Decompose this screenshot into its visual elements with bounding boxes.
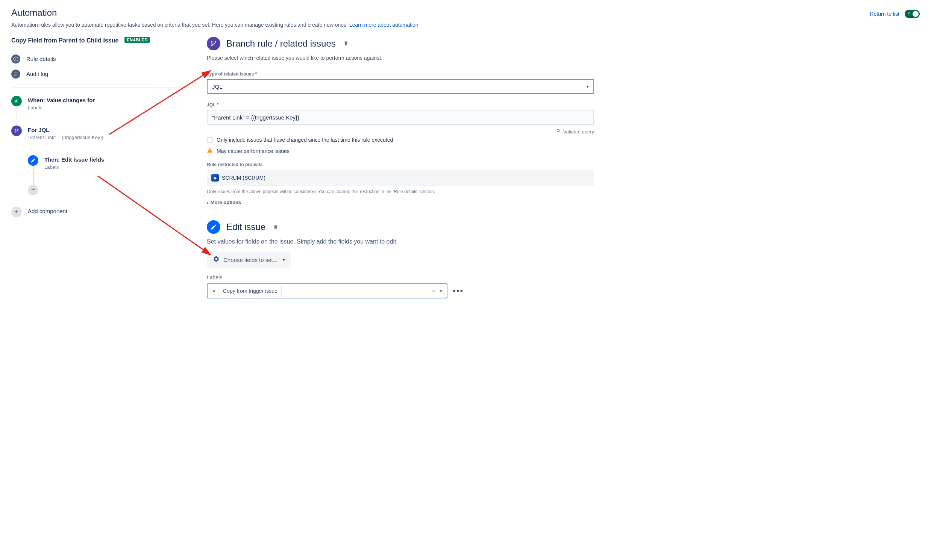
learn-more-link[interactable]: Learn more about automation bbox=[349, 22, 419, 28]
search-icon bbox=[556, 129, 561, 135]
project-avatar-icon: ◆ bbox=[211, 174, 219, 182]
toggle-knob bbox=[913, 11, 919, 17]
only-changed-checkbox[interactable] bbox=[207, 137, 213, 143]
chip-remove-icon[interactable]: ✕ bbox=[210, 286, 219, 296]
svg-rect-2 bbox=[15, 58, 16, 60]
edit-issue-panel: Edit issue Set values for fields on the … bbox=[207, 220, 594, 298]
step-title: When: Value changes for bbox=[28, 97, 95, 103]
timeline-add-inner-button[interactable]: + bbox=[28, 185, 192, 207]
sidebar-item-audit-log[interactable]: Audit log bbox=[11, 66, 192, 82]
panel-title: Branch rule / related issues bbox=[227, 38, 336, 49]
trigger-icon bbox=[11, 96, 22, 106]
labels-chip: ✕ Copy from trigger issue bbox=[209, 286, 282, 296]
rule-name: Copy Field from Parent to Child Issue bbox=[11, 37, 119, 45]
project-restriction: ◆ SCRUM (SCRUM) bbox=[207, 169, 594, 186]
step-subtitle: Labels bbox=[45, 164, 104, 170]
timeline-step-trigger[interactable]: When: Value changes for Labels bbox=[11, 96, 192, 126]
svg-point-11 bbox=[211, 42, 213, 43]
more-actions-icon[interactable]: ••• bbox=[453, 286, 464, 296]
svg-rect-5 bbox=[14, 75, 17, 75]
choose-fields-button[interactable]: Choose fields to set... ▾ bbox=[207, 252, 291, 268]
rule-enabled-toggle[interactable]: ✓ bbox=[905, 10, 920, 18]
panel-title: Edit issue bbox=[227, 222, 265, 232]
select-value: JQL bbox=[212, 83, 223, 90]
branch-icon bbox=[207, 37, 220, 50]
timeline-step-branch[interactable]: For JQL "Parent Link" = {{triggerIssue.K… bbox=[11, 126, 192, 155]
svg-rect-3 bbox=[14, 72, 17, 73]
type-label: Type of related issues * bbox=[207, 71, 594, 77]
restrict-help-text: Only issues from the above projects will… bbox=[207, 189, 594, 194]
divider bbox=[11, 87, 192, 88]
project-name: SCRUM (SCRUM) bbox=[222, 175, 265, 181]
edit-icon bbox=[28, 155, 39, 166]
svg-point-14 bbox=[557, 129, 560, 132]
jql-input[interactable] bbox=[207, 110, 594, 125]
svg-point-13 bbox=[215, 42, 216, 43]
sidebar-item-label: Audit log bbox=[26, 71, 48, 77]
type-select[interactable]: JQL ▾ bbox=[207, 79, 594, 94]
add-component-label: Add component bbox=[28, 208, 67, 214]
chevron-down-icon: ▾ bbox=[283, 257, 285, 262]
labels-field-input[interactable]: ✕ Copy from trigger issue × ▼ bbox=[207, 283, 447, 298]
sidebar-item-rule-details[interactable]: Rule details bbox=[11, 51, 192, 66]
more-options-toggle[interactable]: › More options bbox=[207, 200, 594, 205]
page-description-text: Automation rules allow you to automate r… bbox=[11, 22, 349, 28]
branch-rule-panel: Branch rule / related issues Please sele… bbox=[207, 37, 594, 205]
timeline-add-component-button[interactable]: + Add component bbox=[11, 207, 192, 217]
plus-icon: + bbox=[28, 185, 39, 195]
chevron-right-icon: › bbox=[207, 200, 208, 205]
return-to-list-link[interactable]: Return to list bbox=[870, 11, 899, 17]
check-icon: ✓ bbox=[907, 11, 911, 16]
gear-icon bbox=[213, 255, 220, 264]
plus-icon: + bbox=[11, 207, 22, 217]
sidebar-item-label: Rule details bbox=[26, 55, 55, 62]
list-icon bbox=[11, 69, 20, 78]
step-subtitle: "Parent Link" = {{triggerIssue.Key}} bbox=[28, 135, 103, 140]
labels-field-label: Labels bbox=[207, 274, 594, 280]
jql-label: JQL * bbox=[207, 102, 594, 108]
more-options-label: More options bbox=[211, 200, 241, 205]
enabled-badge: ENABLED bbox=[125, 37, 150, 43]
page-title: Automation bbox=[11, 8, 419, 18]
step-title: For JQL bbox=[28, 127, 103, 133]
validate-query-text: Validate query bbox=[563, 129, 594, 135]
panel-description: Please select which related issue you wo… bbox=[207, 55, 594, 61]
svg-rect-4 bbox=[14, 74, 17, 74]
step-subtitle: Labels bbox=[28, 105, 95, 111]
panel-description: Set values for fields on the issue. Simp… bbox=[207, 238, 594, 245]
chevron-down-icon[interactable]: ▼ bbox=[437, 289, 447, 293]
restrict-label: Rule restricted to projects bbox=[207, 162, 594, 167]
choose-fields-label: Choose fields to set... bbox=[224, 257, 277, 263]
warning-icon bbox=[207, 147, 213, 154]
warning-text: May cause performance issues bbox=[217, 148, 290, 154]
edit-icon bbox=[207, 220, 220, 234]
svg-point-8 bbox=[17, 129, 18, 130]
clear-icon[interactable]: × bbox=[430, 288, 437, 294]
validate-query-link[interactable]: Validate query bbox=[207, 129, 594, 135]
timeline-step-action[interactable]: Then: Edit issue fields Labels bbox=[28, 155, 192, 185]
checkbox-label: Only include issues that have changed si… bbox=[217, 137, 393, 143]
page-description: Automation rules allow you to automate r… bbox=[11, 22, 419, 28]
delete-icon[interactable] bbox=[273, 224, 278, 231]
delete-icon[interactable] bbox=[343, 41, 348, 47]
svg-point-6 bbox=[15, 129, 16, 130]
step-title: Then: Edit issue fields bbox=[45, 156, 104, 163]
chip-text: Copy from trigger issue bbox=[220, 288, 281, 294]
chevron-down-icon: ▾ bbox=[587, 84, 589, 89]
info-icon bbox=[11, 54, 20, 63]
branch-icon bbox=[11, 126, 22, 136]
svg-point-1 bbox=[15, 58, 16, 58]
svg-line-15 bbox=[559, 132, 560, 133]
